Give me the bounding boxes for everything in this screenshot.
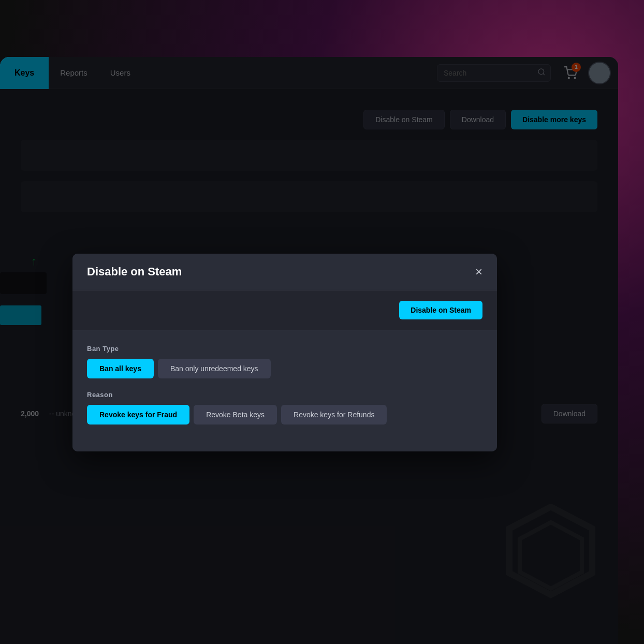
modal-header: Disable on Steam × — [72, 254, 497, 290]
ban-unredeemed-keys-button[interactable]: Ban only unredeemed keys — [158, 359, 271, 378]
reason-label: Reason — [87, 391, 482, 399]
reason-fraud-button[interactable]: Revoke keys for Fraud — [87, 405, 189, 425]
app-content: Keys Reports Users 1 — [0, 57, 618, 644]
reason-refunds-button[interactable]: Revoke keys for Refunds — [281, 405, 387, 425]
modal-top-section: Disable on Steam — [72, 290, 497, 330]
reason-group: Revoke keys for Fraud Revoke Beta keys R… — [87, 405, 482, 425]
ban-type-group: Ban all keys Ban only unredeemed keys — [87, 359, 482, 378]
reason-beta-button[interactable]: Revoke Beta keys — [194, 405, 277, 425]
ban-all-keys-button[interactable]: Ban all keys — [87, 359, 154, 378]
modal-close-button[interactable]: × — [475, 266, 482, 278]
ban-type-label: Ban Type — [87, 345, 482, 353]
screen-frame: Keys Reports Users 1 — [0, 57, 618, 644]
modal-title: Disable on Steam — [87, 265, 182, 279]
modal-disable-steam-button[interactable]: Disable on Steam — [399, 301, 482, 319]
disable-steam-modal: Disable on Steam × Disable on Steam Ban … — [72, 254, 497, 451]
modal-body: Ban Type Ban all keys Ban only unredeeme… — [72, 330, 497, 451]
